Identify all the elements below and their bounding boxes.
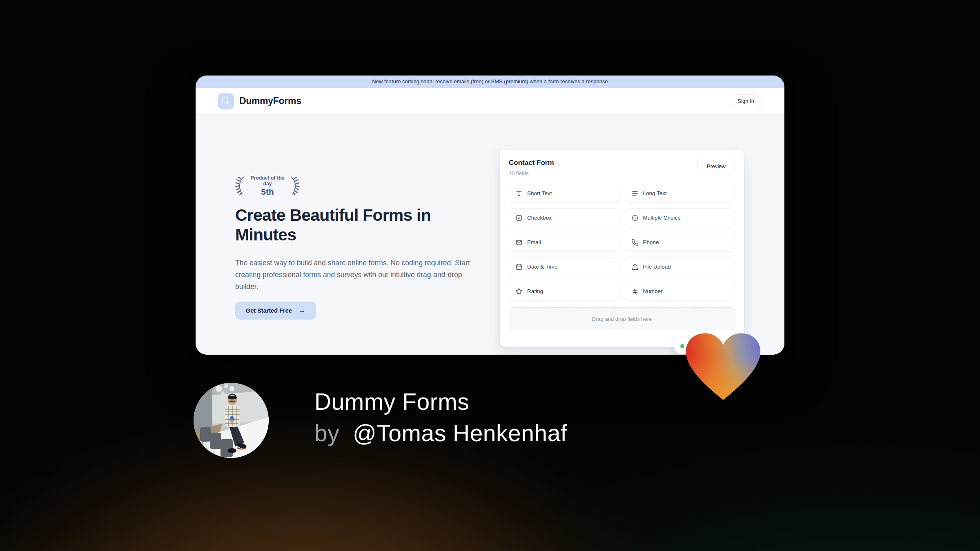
- get-started-label: Get Started Free: [246, 307, 292, 314]
- field-chip-checkbox[interactable]: Checkbox: [509, 208, 619, 227]
- brand: DummyForms: [218, 93, 301, 109]
- arrow-right-icon: →: [298, 307, 305, 315]
- field-chip-label: Number: [643, 288, 663, 294]
- form-field-count: 10 fields: [509, 170, 554, 176]
- laurel-left-icon: [235, 175, 245, 197]
- field-chip-upload[interactable]: File Upload: [625, 257, 735, 276]
- field-chip-label: Checkbox: [527, 215, 552, 221]
- phone-icon: [631, 239, 639, 246]
- email-icon: [515, 239, 523, 246]
- app-window: New feature coming soon: receive emails …: [196, 76, 784, 355]
- field-chip-label: Rating: [527, 288, 543, 294]
- short-text-icon: [515, 190, 523, 197]
- field-chip-calendar[interactable]: Date & Time: [509, 257, 619, 276]
- hero-title: Create Beautiful Forms in Minutes: [235, 205, 480, 244]
- form-builder-card: Contact Form 10 fields Preview Short Tex…: [500, 150, 744, 347]
- caption-byline-prefix: by: [314, 420, 339, 446]
- hero-description: The easiest way to build and share onlin…: [235, 257, 474, 293]
- dashed-selection-cursor-icon: [218, 93, 234, 109]
- preview-button[interactable]: Preview: [697, 159, 735, 173]
- potd-rank: 5th: [248, 187, 287, 197]
- status-dot-icon: [680, 344, 684, 348]
- announcement-banner: New feature coming soon: receive emails …: [196, 76, 784, 88]
- hero-section: Product of the day 5th Create Beautiful …: [196, 115, 784, 355]
- field-chip-label: Email: [527, 239, 541, 245]
- field-chip-star[interactable]: Rating: [509, 282, 619, 301]
- brand-name: DummyForms: [239, 96, 301, 107]
- caption-text: Dummy Forms by @Tomas Henkenhaf: [314, 383, 567, 449]
- sign-in-button[interactable]: Sign In: [730, 94, 762, 108]
- multiple-choice-icon: [631, 214, 639, 222]
- calendar-icon: [515, 263, 523, 271]
- caption-byline-name: @Tomas Henkenhaf: [346, 420, 568, 446]
- form-title: Contact Form: [509, 159, 554, 167]
- product-of-the-day-badge: Product of the day 5th: [235, 175, 300, 197]
- field-chip-label: Phone: [643, 239, 659, 245]
- form-builder-header: Contact Form 10 fields Preview: [509, 159, 735, 176]
- potd-label: Product of the day: [248, 175, 287, 187]
- field-chip-short-text[interactable]: Short Text: [509, 184, 619, 203]
- field-chip-email[interactable]: Email: [509, 233, 619, 252]
- star-icon: [515, 288, 523, 295]
- product-of-the-day-text: Product of the day 5th: [248, 175, 287, 197]
- field-chip-label: Short Text: [527, 190, 552, 196]
- avatar: [194, 383, 269, 458]
- checkbox-icon: [515, 214, 523, 222]
- field-chip-label: Long Text: [643, 190, 667, 196]
- field-chip-multiple-choice[interactable]: Multiple Choice: [625, 208, 735, 227]
- caption: Dummy Forms by @Tomas Henkenhaf: [194, 383, 567, 458]
- caption-byline: by @Tomas Henkenhaf: [314, 418, 567, 449]
- laurel-right-icon: [290, 175, 300, 197]
- site-header: DummyForms Sign In: [196, 88, 784, 115]
- field-chip-phone[interactable]: Phone: [625, 233, 735, 252]
- heart-icon: [684, 331, 762, 403]
- field-chip-long-text[interactable]: Long Text: [625, 184, 735, 203]
- upload-icon: [631, 263, 639, 271]
- field-chip-label: Multiple Choice: [643, 215, 681, 221]
- field-grid: Short TextLong TextCheckboxMultiple Choi…: [509, 184, 735, 301]
- long-text-icon: [631, 190, 639, 197]
- field-chip-hash[interactable]: Number: [625, 282, 735, 301]
- field-dropzone[interactable]: Drag and drop fields here: [509, 307, 735, 330]
- caption-title: Dummy Forms: [314, 386, 567, 418]
- field-chip-label: Date & Time: [527, 264, 557, 270]
- field-chip-label: File Upload: [643, 264, 671, 270]
- get-started-button[interactable]: Get Started Free →: [235, 302, 316, 320]
- hash-icon: [631, 288, 639, 295]
